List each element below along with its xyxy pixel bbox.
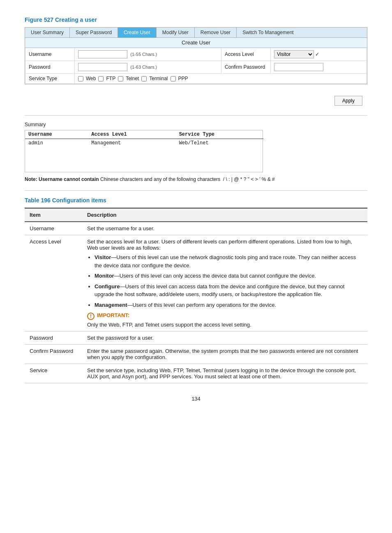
important-box: ! IMPORTANT: (87, 312, 362, 320)
desc-access-level: Set the access level for a user. Users o… (82, 235, 367, 331)
bullet-visitor: Visitor—Users of this level can use the … (95, 253, 362, 269)
create-user-form: Username (1-55 Chars.) Access Level Visi… (25, 48, 367, 84)
tab-modify-user[interactable]: Modify User (157, 28, 195, 37)
tab-remove-user[interactable]: Remove User (195, 28, 237, 37)
checkbox-ftp[interactable] (98, 76, 104, 81)
row-confirm-password: Confirm Password Enter the same password… (25, 345, 367, 364)
note-text: Note: Username cannot contain Chinese ch… (25, 176, 367, 182)
label-ftp: FTP (106, 76, 115, 81)
bullet-monitor-text: —Users of this level can only access the… (114, 273, 316, 279)
bullet-visitor-bold: Visitor (95, 254, 111, 260)
divider2 (25, 190, 367, 191)
important-icon: ! (87, 313, 95, 320)
panel-header: Create User (25, 38, 367, 48)
summary-empty-row3 (25, 164, 263, 172)
item-password: Password (25, 331, 82, 345)
ui-panel: User Summary Super Password Create User … (25, 27, 367, 84)
summary-access: Management (88, 139, 175, 148)
username-label: Username (25, 48, 75, 61)
summary-username: admin (25, 139, 88, 148)
important-label: IMPORTANT: (97, 312, 129, 318)
bullet-configure: Configure—Users of this level can access… (95, 283, 362, 299)
desc-confirm-password: Enter the same password again. Otherwise… (82, 345, 367, 364)
row-service: Service Set the service type, including … (25, 364, 367, 383)
confirm-password-input[interactable] (274, 63, 323, 71)
summary-label: Summary (25, 122, 367, 127)
bullet-visitor-text: —Users of this level can use the network… (95, 254, 356, 269)
bullet-monitor: Monitor—Users of this level can only acc… (95, 272, 362, 280)
item-access-level: Access Level (25, 235, 82, 331)
item-confirm-password: Confirm Password (25, 345, 82, 364)
summary-col-access: Access Level (88, 130, 175, 139)
apply-button[interactable]: Apply (334, 96, 362, 106)
label-terminal: Terminal (149, 76, 168, 81)
row-username: Username Set the username for a user. (25, 222, 367, 235)
username-hint: (1-55 Chars.) (130, 52, 157, 57)
username-input[interactable] (78, 50, 127, 58)
row-access-level: Access Level Set the access level for a … (25, 235, 367, 331)
bullet-management-bold: Management (95, 302, 127, 308)
label-ppp: PPP (178, 76, 188, 81)
table-title: Table 196 Configuration items (25, 197, 367, 204)
confirm-password-label: Confirm Password (221, 61, 271, 74)
note-bold: Note: Username cannot contain (25, 176, 99, 182)
desc-password: Set the password for a user. (82, 331, 367, 345)
tab-super-password[interactable]: Super Password (70, 28, 118, 37)
config-table: Item Description Username Set the userna… (25, 208, 367, 383)
tab-switch-management[interactable]: Switch To Management (237, 28, 300, 37)
access-level-select[interactable]: Visitor Monitor Configure Management (274, 50, 314, 58)
checkbox-ppp[interactable] (171, 76, 176, 81)
summary-table: Username Access Level Service Type admin… (25, 130, 263, 172)
tab-user-summary[interactable]: User Summary (25, 28, 70, 37)
checkbox-terminal[interactable] (141, 76, 147, 81)
desc-service: Set the service type, including Web, FTP… (82, 364, 367, 383)
col-item: Item (25, 208, 82, 222)
password-input[interactable] (78, 63, 127, 71)
checkbox-telnet[interactable] (118, 76, 123, 81)
password-label: Password (25, 61, 75, 74)
bullet-management-text: —Users of this level can perform any ope… (127, 302, 276, 308)
desc-username: Set the username for a user. (82, 222, 367, 235)
summary-section: Summary Username Access Level Service Ty… (25, 122, 367, 172)
tab-create-user[interactable]: Create User (118, 28, 157, 37)
important-note-text: Only the Web, FTP, and Telnet users supp… (87, 322, 362, 328)
password-hint: (1-63 Chars.) (130, 65, 157, 70)
checkbox-web[interactable] (78, 76, 83, 81)
service-type-checkboxes: Web FTP Telnet Terminal PPP (78, 76, 363, 81)
label-web: Web (86, 76, 96, 81)
col-description: Description (82, 208, 367, 222)
bullet-configure-text: —Users of this level can access data fro… (95, 283, 344, 298)
access-level-intro: Set the access level for a user. Users o… (87, 239, 352, 251)
summary-empty-row2 (25, 155, 263, 164)
figure-title: Figure 527 Creating a user (25, 16, 367, 23)
row-password: Password Set the password for a user. (25, 331, 367, 345)
access-level-list: Visitor—Users of this level can use the … (95, 253, 362, 309)
access-level-label: Access Level (221, 48, 271, 61)
summary-col-service: Service Type (176, 130, 263, 139)
divider1 (25, 115, 367, 116)
summary-box: Username Access Level Service Type admin… (25, 130, 263, 172)
summary-empty-row1 (25, 147, 263, 155)
service-type-label: Service Type (25, 74, 75, 84)
label-telnet: Telnet (126, 76, 139, 81)
page-number: 134 (25, 396, 367, 402)
bullet-monitor-bold: Monitor (95, 273, 114, 279)
tab-bar: User Summary Super Password Create User … (25, 28, 367, 38)
item-service: Service (25, 364, 82, 383)
bullet-configure-bold: Configure (95, 283, 120, 290)
summary-row-admin: admin Management Web/Telnet (25, 139, 263, 148)
summary-col-username: Username (25, 130, 88, 139)
bullet-management: Management—Users of this level can perfo… (95, 301, 362, 309)
item-username: Username (25, 222, 82, 235)
apply-row: Apply (25, 93, 367, 109)
summary-service: Web/Telnet (176, 139, 263, 148)
